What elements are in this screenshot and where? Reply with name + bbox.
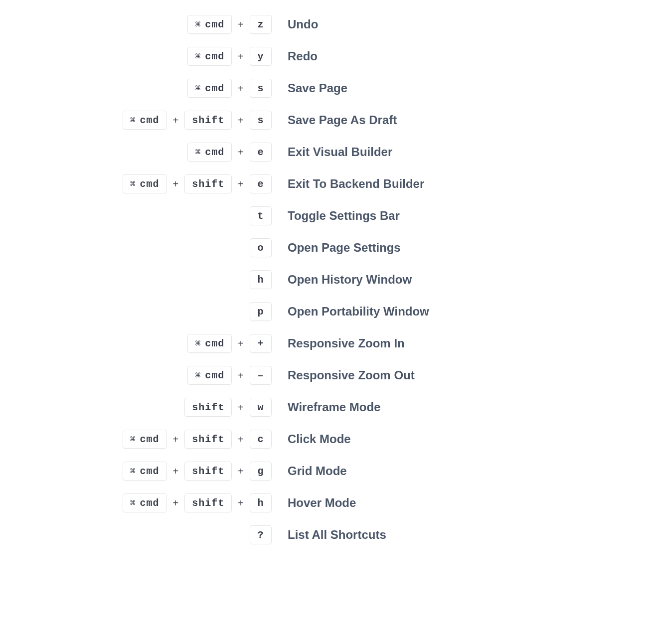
keys-container: ?	[0, 525, 272, 544]
shortcut-row: tToggle Settings Bar	[0, 206, 650, 225]
key-label: cmd	[205, 147, 224, 158]
key-label: cmd	[140, 497, 160, 509]
key-letter: e	[250, 174, 272, 193]
key-letter: z	[250, 15, 272, 34]
shortcut-row: ⌘cmd+shift+gGrid Mode	[0, 462, 650, 481]
key-cmd: ⌘cmd	[187, 334, 232, 353]
key-letter: p	[250, 302, 272, 321]
key-label: cmd	[205, 51, 224, 62]
keys-container: ⌘cmd+e	[0, 143, 272, 161]
shortcut-row: pOpen Portability Window	[0, 302, 650, 321]
shortcuts-list: ⌘cmd+zUndo⌘cmd+yRedo⌘cmd+sSave Page⌘cmd+…	[0, 15, 650, 544]
key-shift: shift	[184, 174, 232, 193]
keys-container: ⌘cmd+shift+s	[0, 111, 272, 130]
shortcut-row: ⌘cmd+shift+cClick Mode	[0, 430, 650, 449]
keys-container: p	[0, 302, 272, 321]
plus-separator: +	[173, 497, 179, 509]
shortcut-row: ⌘cmd++Responsive Zoom In	[0, 334, 650, 353]
keys-container: ⌘cmd++	[0, 334, 272, 353]
command-icon: ⌘	[130, 178, 136, 189]
command-icon: ⌘	[195, 51, 201, 62]
plus-separator: +	[238, 19, 244, 30]
command-icon: ⌘	[195, 370, 201, 381]
shortcut-description: Open Portability Window	[272, 305, 650, 319]
keys-container: t	[0, 206, 272, 225]
key-cmd: ⌘cmd	[123, 462, 167, 481]
key-shift: shift	[184, 493, 232, 512]
plus-separator: +	[238, 147, 244, 158]
plus-separator: +	[238, 370, 244, 381]
shortcut-row: ⌘cmd+shift+eExit To Backend Builder	[0, 174, 650, 193]
shortcut-description: Responsive Zoom In	[272, 336, 650, 350]
key-letter: s	[250, 111, 272, 130]
plus-separator: +	[238, 402, 244, 413]
shortcut-row: ⌘cmd+sSave Page	[0, 79, 650, 98]
shortcut-description: Exit Visual Builder	[272, 145, 650, 159]
shortcut-row: ⌘cmd+shift+hHover Mode	[0, 493, 650, 512]
shortcut-description: Open Page Settings	[272, 241, 650, 255]
key-shift: shift	[184, 462, 232, 481]
key-label: cmd	[205, 370, 224, 381]
keys-container: ⌘cmd+y	[0, 47, 272, 66]
shortcut-description: Open History Window	[272, 273, 650, 287]
key-letter: ?	[250, 525, 272, 544]
key-label: cmd	[205, 338, 224, 349]
keys-container: h	[0, 270, 272, 289]
shortcut-description: Grid Mode	[272, 464, 650, 478]
shortcut-row: ⌘cmd+shift+sSave Page As Draft	[0, 111, 650, 130]
shortcut-row: shift+wWireframe Mode	[0, 398, 650, 417]
keys-container: ⌘cmd+z	[0, 15, 272, 34]
shortcut-description: List All Shortcuts	[272, 528, 650, 542]
shortcut-row: ?List All Shortcuts	[0, 525, 650, 544]
key-letter: o	[250, 238, 272, 257]
command-icon: ⌘	[130, 434, 136, 445]
plus-separator: +	[238, 434, 244, 445]
key-cmd: ⌘cmd	[187, 366, 232, 385]
key-cmd: ⌘cmd	[187, 47, 232, 66]
key-shift: shift	[184, 430, 232, 449]
plus-separator: +	[238, 115, 244, 126]
shortcut-row: ⌘cmd+zUndo	[0, 15, 650, 34]
key-letter: w	[250, 398, 272, 417]
keys-container: shift+w	[0, 398, 272, 417]
keys-container: ⌘cmd+–	[0, 366, 272, 385]
command-icon: ⌘	[130, 497, 136, 508]
plus-separator: +	[238, 83, 244, 94]
command-icon: ⌘	[130, 115, 136, 126]
key-label: cmd	[140, 178, 160, 190]
key-cmd: ⌘cmd	[187, 15, 232, 34]
plus-separator: +	[173, 466, 179, 477]
key-cmd: ⌘cmd	[123, 174, 167, 193]
shortcut-row: oOpen Page Settings	[0, 238, 650, 257]
key-letter: s	[250, 79, 272, 98]
key-cmd: ⌘cmd	[123, 430, 167, 449]
plus-separator: +	[173, 115, 179, 126]
key-label: cmd	[205, 83, 224, 94]
keys-container: ⌘cmd+shift+g	[0, 462, 272, 481]
key-letter: t	[250, 206, 272, 225]
command-icon: ⌘	[195, 338, 201, 349]
shortcut-description: Save Page As Draft	[272, 113, 650, 127]
shortcut-description: Wireframe Mode	[272, 400, 650, 414]
key-letter: h	[250, 270, 272, 289]
shortcut-description: Redo	[272, 49, 650, 63]
shortcut-description: Hover Mode	[272, 496, 650, 510]
key-label: cmd	[205, 19, 224, 30]
keys-container: o	[0, 238, 272, 257]
key-letter: –	[250, 366, 272, 385]
key-label: cmd	[140, 115, 160, 126]
shortcut-description: Toggle Settings Bar	[272, 209, 650, 223]
plus-separator: +	[173, 434, 179, 445]
key-cmd: ⌘cmd	[187, 79, 232, 98]
plus-separator: +	[238, 178, 244, 190]
keys-container: ⌘cmd+shift+h	[0, 493, 272, 512]
key-letter: h	[250, 493, 272, 512]
shortcut-description: Responsive Zoom Out	[272, 368, 650, 382]
key-letter: e	[250, 143, 272, 161]
key-cmd: ⌘cmd	[123, 111, 167, 130]
key-letter: y	[250, 47, 272, 66]
shortcut-description: Save Page	[272, 81, 650, 95]
key-cmd: ⌘cmd	[187, 143, 232, 161]
keys-container: ⌘cmd+s	[0, 79, 272, 98]
command-icon: ⌘	[130, 466, 136, 477]
